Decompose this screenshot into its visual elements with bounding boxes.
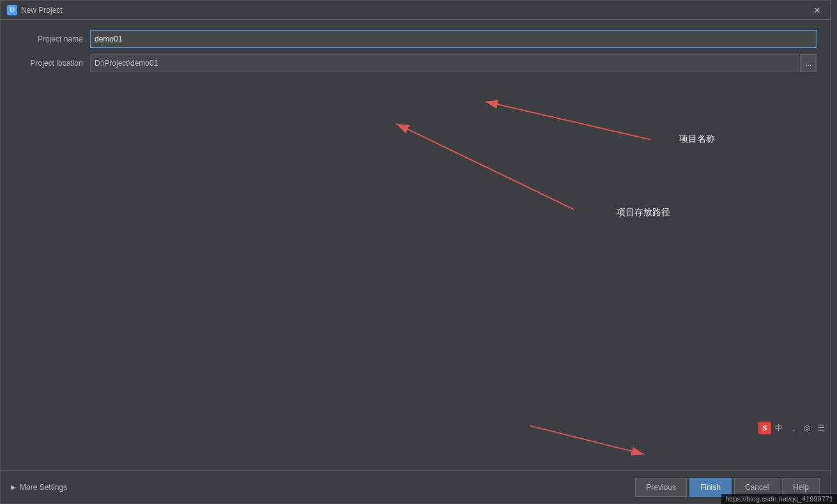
project-name-label: Project name:	[13, 34, 90, 43]
title-bar-left: U New Project	[7, 5, 63, 15]
svg-line-4	[396, 124, 574, 210]
chinese-icon: 中	[772, 422, 785, 434]
previous-button[interactable]: Previous	[635, 478, 687, 497]
project-location-label: Project location:	[13, 59, 90, 68]
annotation-arrows	[1, 89, 830, 470]
more-settings[interactable]: ▶ More Settings	[11, 483, 67, 492]
project-location-input[interactable]	[90, 54, 799, 72]
svg-line-5	[530, 425, 644, 454]
sougou-icon: S	[758, 422, 771, 434]
project-name-input[interactable]	[90, 30, 817, 48]
svg-line-3	[485, 102, 650, 140]
project-name-row: Project name:	[13, 30, 817, 48]
project-name-annotation: 项目名称	[679, 134, 715, 145]
taskbar-icons: S 中 ， ◎ ☰	[756, 419, 830, 437]
new-project-dialog: U New Project ✕ Project name: Project lo…	[0, 0, 831, 504]
circle-icon: ◎	[801, 422, 813, 434]
more-settings-arrow: ▶	[11, 484, 16, 491]
dialog-title: New Project	[21, 6, 63, 15]
comma-icon: ，	[787, 422, 799, 434]
project-location-annotation: 项目存放路径	[617, 207, 670, 218]
url-watermark: https://blog.csdn.net/qq_41999771	[721, 494, 837, 504]
more-settings-label: More Settings	[20, 483, 67, 492]
content-area: 项目名称 项目存放路径 S 中 ， ◎ ☰	[1, 89, 830, 470]
close-button[interactable]: ✕	[811, 4, 824, 17]
bottom-bar: ▶ More Settings Previous Finish Cancel H…	[1, 470, 830, 503]
menu-icon: ☰	[815, 422, 827, 434]
form-area: Project name: Project location: ...	[1, 20, 830, 89]
title-bar: U New Project ✕	[1, 1, 830, 20]
project-location-row: Project location: ...	[13, 54, 817, 72]
app-icon: U	[7, 5, 17, 15]
browse-button[interactable]: ...	[800, 54, 817, 72]
